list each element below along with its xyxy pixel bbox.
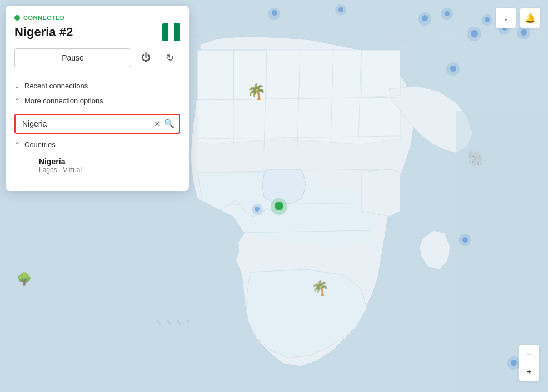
pause-button[interactable]: Pause	[14, 48, 131, 67]
chevron-up-icon: ⌃	[14, 141, 20, 149]
refresh-button[interactable]: ↻	[160, 48, 180, 68]
chevron-down-icon: ⌄	[14, 82, 20, 90]
refresh-icon: ↻	[166, 52, 174, 64]
connected-badge: CONNECTED	[14, 14, 180, 21]
map-dot	[338, 7, 343, 12]
flag-left	[162, 23, 168, 41]
countries-section: ⌃ Countries Nigeria Lagos - Virtual	[14, 140, 180, 178]
country-item-nigeria[interactable]: Nigeria Lagos - Virtual	[14, 153, 180, 178]
active-dot	[275, 202, 283, 210]
zoom-out-button[interactable]: −	[519, 345, 539, 363]
bell-icon: 🔔	[525, 13, 536, 23]
zoom-in-button[interactable]: +	[519, 363, 539, 381]
server-header: Nigeria #2	[14, 23, 180, 41]
map-dot	[272, 10, 277, 16]
power-button[interactable]: ⏻	[136, 48, 156, 68]
download-button[interactable]: ↓	[496, 8, 516, 28]
map-dot	[422, 15, 428, 21]
connected-label: CONNECTED	[23, 14, 64, 21]
more-options-toggle[interactable]: ⌃ More connection options	[14, 93, 180, 108]
recent-connections-label: Recent connections	[24, 82, 88, 90]
map-dot	[445, 11, 450, 16]
zoom-controls: − +	[519, 345, 539, 381]
more-options-label: More connection options	[24, 97, 103, 105]
country-sublabel: Lagos - Virtual	[39, 166, 82, 174]
svg-text:🌴: 🌴	[247, 83, 266, 101]
map-dot	[450, 66, 456, 72]
toolbar: ↓ 🔔	[496, 8, 540, 28]
nigeria-flag-icon	[14, 157, 32, 174]
notifications-button[interactable]: 🔔	[520, 8, 540, 28]
power-icon: ⏻	[141, 52, 151, 63]
svg-text:🌳: 🌳	[17, 272, 32, 287]
server-name: Nigeria #2	[14, 25, 73, 39]
map-dot	[511, 360, 517, 366]
map-dot	[462, 237, 468, 243]
search-button[interactable]: 🔍	[164, 119, 175, 129]
map-dot	[471, 30, 478, 37]
flag-right	[174, 23, 180, 41]
action-row: Pause ⏻ ↻	[14, 48, 180, 68]
flag-mid	[168, 23, 174, 41]
map-dot	[485, 17, 490, 22]
server-flag	[162, 23, 180, 41]
chevron-up-icon: ⌃	[14, 97, 20, 105]
country-info: Nigeria Lagos - Virtual	[39, 157, 82, 174]
map-dot	[521, 29, 527, 36]
recent-connections-toggle[interactable]: ⌄ Recent connections	[14, 78, 180, 93]
map-dot	[255, 207, 260, 212]
vpn-panel: CONNECTED Nigeria #2 Pause ⏻ ↻ ⌄ Recent …	[6, 6, 189, 191]
countries-label: Countries	[24, 140, 56, 149]
country-name: Nigeria	[39, 157, 82, 166]
svg-text:🌴: 🌴	[311, 279, 330, 297]
clear-search-button[interactable]: ✕	[154, 120, 161, 128]
connected-indicator	[14, 15, 20, 21]
countries-header[interactable]: ⌃ Countries	[14, 140, 180, 149]
divider-1	[14, 76, 180, 76]
download-icon: ↓	[504, 13, 508, 23]
search-icons: ✕ 🔍	[154, 119, 175, 129]
search-wrapper: ✕ 🔍	[14, 114, 180, 134]
